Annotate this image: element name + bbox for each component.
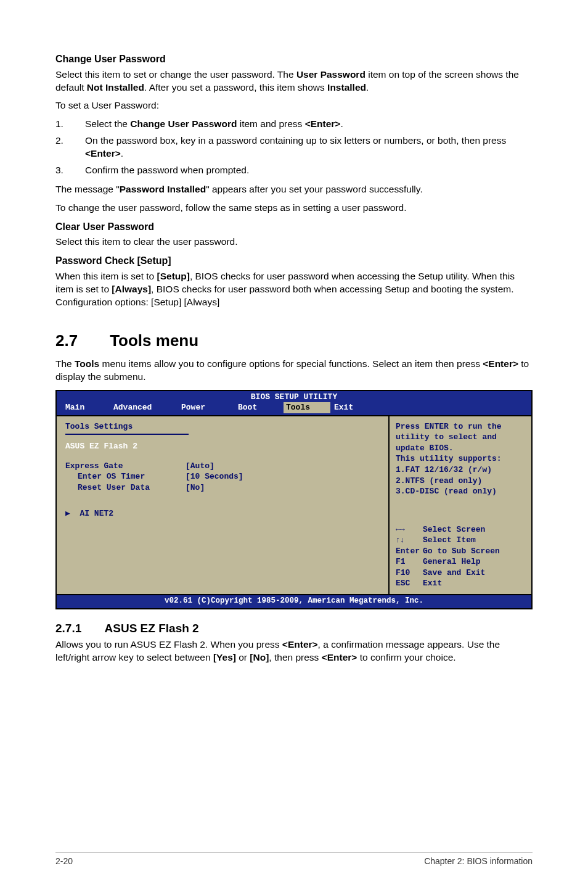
value: [Auto] [186,461,214,472]
key: ESC [396,578,423,589]
step-2: 2. On the password box, key in a passwor… [55,134,533,160]
tab-advanced: Advanced [110,402,178,413]
t: Select Item [423,535,476,545]
heading-password-check: Password Check [Setup] [55,254,533,268]
heading-ez-flash-2: 2.7.1 ASUS EZ Flash 2 [55,621,533,637]
t: General Help [423,557,481,566]
para: Select this item to set or change the us… [55,68,533,94]
para: When this item is set to [Setup], BIOS c… [55,270,533,309]
t: Select the [85,118,130,129]
t: , then press [269,652,321,662]
bios-tools-settings: Tools Settings [65,421,382,432]
label: AI NET2 [80,509,113,518]
bios-footer: v02.61 (C)Copyright 1985-2009, American … [57,595,531,608]
t: . [366,82,369,93]
bios-key-legend: ←→Select Screen ↑↓Select Item EnterGo to… [396,524,525,589]
t: Allows you to run ASUS EZ Flash 2. When … [55,639,282,650]
t: When this item is set to [55,271,157,281]
t: . After you set a password, this item sh… [144,82,327,93]
bios-body: Tools Settings ASUS EZ Flash 2 Express G… [57,415,531,595]
t: Save and Exit [423,568,485,577]
value: [10 Seconds] [186,471,243,482]
t: . [121,148,123,159]
t: item and press [237,118,304,129]
bios-screenshot: BIOS SETUP UTILITY Main Advanced Power B… [55,390,533,609]
heading-clear-user-password: Clear User Password [55,220,533,234]
t: to confirm your choice. [357,652,455,662]
bios-ez-flash: ASUS EZ Flash 2 [65,441,382,452]
t: 3.CD-DISC (read only) [396,486,525,497]
num: 3. [55,164,85,177]
t: Tools [75,358,99,369]
label: Enter OS Timer [65,471,186,482]
t: [Yes] [213,652,236,662]
t: Not Installed [87,82,144,93]
t: menu items allow you to configure option… [99,358,483,369]
t: Password Installed [120,184,206,194]
bios-right-panel: Press ENTER to run the utility to select… [390,416,531,594]
tab-power: Power [178,402,234,413]
t: <Enter> [322,652,357,662]
t: Exit [423,579,442,588]
bios-left-panel: Tools Settings ASUS EZ Flash 2 Express G… [57,416,390,594]
t: 1.FAT 12/16/32 (r/w) [396,464,525,476]
t: User Password [296,69,365,80]
txt: Select the Change User Password item and… [85,118,533,131]
label: Express Gate [65,461,186,472]
t: Press ENTER to run the utility to select… [396,421,525,454]
key: F1 [396,556,423,567]
bios-reset-user-row: Reset User Data [No] [65,482,382,493]
label: Reset User Data [65,482,186,493]
t: 2.NTFS (read only) [396,476,525,487]
para: Select this item to clear the user passw… [55,236,533,249]
step-3: 3. Confirm the password when prompted. [55,164,533,177]
para: To set a User Password: [55,99,533,112]
bios-enter-os-row: Enter OS Timer [10 Seconds] [65,471,382,482]
para: The message "Password Installed" appears… [55,183,533,196]
bios-tabs: Main Advanced Power Boot Tools Exit [57,402,531,415]
t: This utility supports: [396,453,525,464]
t: Change User Password [130,118,237,129]
t: <Enter> [483,358,518,369]
t: or [236,652,250,662]
t: " appears after you set your password su… [206,184,423,194]
t: <Enter> [305,118,341,129]
tab-boot: Boot [234,402,284,413]
para: To change the user password, follow the … [55,202,533,215]
num: 2. [55,134,85,160]
tab-tools: Tools [284,402,330,413]
triangle-icon: ▶ [65,509,70,518]
t: <Enter> [282,639,318,650]
para: The Tools menu items allow you to config… [55,358,533,384]
num: 1. [55,118,85,131]
heading-change-user-password: Change User Password [55,52,533,66]
t: On the password box, key in a password c… [85,135,506,146]
key: F10 [396,567,423,579]
key: Enter [396,546,423,557]
para: Allows you to run ASUS EZ Flash 2. When … [55,638,533,664]
heading-tools-menu: 2.7 Tools menu [55,330,533,352]
tab-main: Main [62,402,110,413]
t: Installed [327,82,366,93]
tab-exit: Exit [330,402,357,413]
t: Select this item to set or change the us… [55,69,296,80]
bios-hr [65,434,189,435]
bios-express-gate-row: Express Gate [Auto] [65,461,382,472]
t: <Enter> [85,148,121,159]
arrows-lr-icon: ←→ [396,524,423,535]
t: The message " [55,184,120,194]
bios-help-text: Press ENTER to run the utility to select… [396,421,525,497]
txt: On the password box, key in a password c… [85,134,533,160]
txt: Confirm the password when prompted. [85,164,533,177]
t: [Setup] [157,271,190,281]
value: [No] [186,482,205,493]
t: [Always] [112,284,151,294]
t: . [340,118,343,129]
arrows-ud-icon: ↑↓ [396,535,423,546]
bios-ai-net2: ▶ AI NET2 [65,508,382,519]
t: [No] [250,652,269,662]
t: Go to Sub Screen [423,547,500,556]
steps-list: 1. Select the Change User Password item … [55,118,533,177]
bios-title: BIOS SETUP UTILITY [57,391,531,403]
t: Select Screen [423,525,485,534]
